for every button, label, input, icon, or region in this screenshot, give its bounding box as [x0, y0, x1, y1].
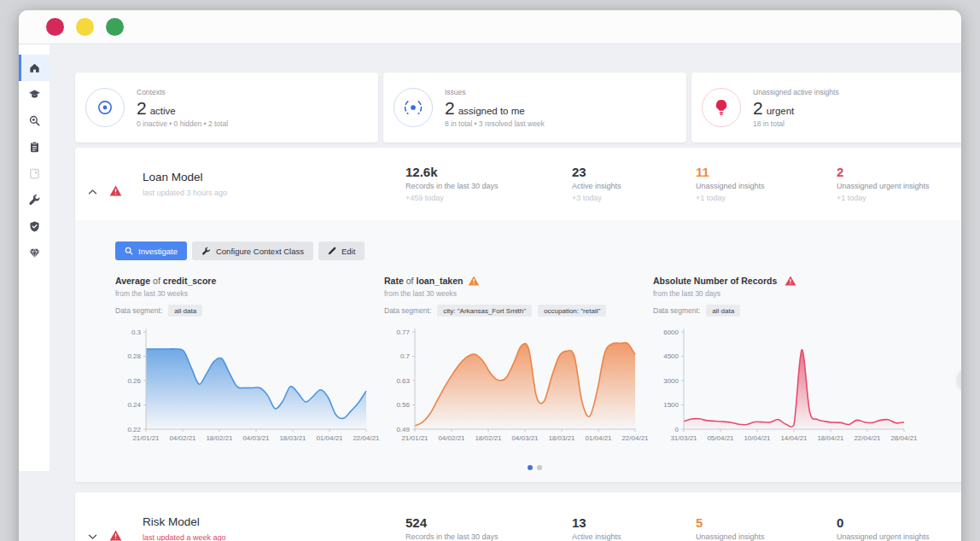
svg-text:3000: 3000 — [663, 377, 679, 385]
issues-card[interactable]: Issues 2assigned to me 8 in total • 3 re… — [383, 73, 686, 143]
data-segment-row: Data segment: all data — [115, 305, 371, 317]
risk-model-section: Risk Model last updated a week ago 524 R… — [75, 492, 961, 541]
model-title: Loan Model — [143, 171, 227, 183]
active-insights-stat: 13 Active insights — [572, 516, 696, 541]
records-chart-block: Absolute Number of Records from the last… — [653, 276, 909, 451]
configure-context-class-button[interactable]: Configure Context Class — [192, 241, 313, 260]
card-subtext: 8 in total • 3 resolved last week — [445, 119, 545, 128]
svg-text:0.22: 0.22 — [127, 426, 141, 433]
gem-icon — [28, 247, 41, 259]
shield-check-icon — [28, 220, 41, 233]
svg-text:0.63: 0.63 — [396, 377, 410, 385]
svg-text:01/04/21: 01/04/21 — [585, 434, 612, 442]
risk-model-header: Risk Model last updated a week ago 524 R… — [75, 492, 961, 541]
issue-icon — [394, 88, 433, 127]
segment-chip[interactable]: occupation: "retail" — [538, 305, 606, 317]
sidebar-item-home[interactable] — [19, 55, 50, 81]
loan-taken-chart-block: Rate of loan_taken from the last 30 week… — [384, 276, 640, 451]
warning-icon — [785, 276, 796, 286]
svg-text:0.7: 0.7 — [400, 352, 411, 360]
chart-title: Absolute Number of Records — [653, 276, 909, 286]
records-stat: 524 Records in the last 30 days — [405, 516, 572, 541]
card-label: Issues — [445, 88, 545, 96]
sidebar-item-quality[interactable] — [19, 240, 50, 266]
app-window: Contexts 2active 0 inactive • 0 hidden •… — [19, 10, 961, 541]
expand-chevron-down[interactable] — [88, 528, 97, 541]
close-window-button[interactable] — [46, 18, 64, 36]
chart-subtitle: from the last 30 days — [653, 289, 909, 298]
svg-text:18/03/21: 18/03/21 — [548, 434, 575, 442]
svg-text:0.26: 0.26 — [127, 377, 141, 385]
svg-text:01/04/21: 01/04/21 — [316, 434, 343, 442]
segment-chip[interactable]: all data — [168, 305, 202, 317]
unassigned-urgent-stat: 2 Unassigned urgent insights +1 today — [837, 166, 961, 202]
svg-text:0.77: 0.77 — [396, 329, 410, 336]
sidebar-item-tools[interactable] — [19, 187, 50, 213]
actions-row: Investigate Configure Context Class Edit — [75, 241, 961, 260]
svg-text:21/01/21: 21/01/21 — [132, 434, 160, 442]
chart-subtitle: from the last 30 weeks — [384, 289, 640, 298]
warning-icon — [109, 530, 122, 541]
svg-text:14/04/21: 14/04/21 — [780, 434, 808, 442]
pagination-dot[interactable] — [537, 465, 542, 470]
data-segment-row: Data segment: city: "Arkansas_Fort Smith… — [384, 305, 640, 317]
svg-text:04/02/21: 04/02/21 — [169, 434, 196, 442]
svg-text:28/04/21: 28/04/21 — [890, 434, 918, 442]
sidebar-item-security[interactable] — [19, 213, 50, 240]
svg-text:10/04/21: 10/04/21 — [744, 434, 771, 442]
loan-model-body: Investigate Configure Context Class Edit — [75, 220, 961, 482]
svg-text:22/04/21: 22/04/21 — [353, 434, 380, 442]
card-value: 2active — [137, 99, 228, 117]
svg-text:0.56: 0.56 — [396, 401, 410, 409]
svg-text:21/01/21: 21/01/21 — [401, 434, 429, 442]
data-segment-label: Data segment: — [653, 306, 700, 315]
collapse-chevron-up[interactable] — [88, 183, 97, 199]
svg-text:18/02/21: 18/02/21 — [206, 434, 233, 442]
data-segment-row: Data segment: all data — [653, 305, 909, 317]
sidebar-item-explore[interactable] — [19, 108, 50, 134]
svg-text:0.24: 0.24 — [127, 401, 141, 409]
svg-text:18/03/21: 18/03/21 — [279, 434, 306, 442]
svg-text:05/04/21: 05/04/21 — [707, 434, 734, 442]
svg-text:04/03/21: 04/03/21 — [242, 434, 270, 442]
active-insights-stat: 23 Active insights +3 today — [572, 166, 696, 202]
maximize-window-button[interactable] — [106, 18, 124, 36]
unassigned-insights-card[interactable]: Unassigned active insights 2urgent 18 in… — [691, 73, 961, 143]
main-content: Contexts 2active 0 inactive • 0 hidden •… — [50, 44, 961, 541]
svg-text:31/03/21: 31/03/21 — [670, 434, 697, 442]
loan-taken-chart: 0.770.70.630.560.4921/01/2104/02/2118/02… — [384, 323, 640, 451]
svg-text:22/04/21: 22/04/21 — [621, 434, 649, 442]
charts-row: Average of credit_score from the last 30… — [75, 260, 961, 451]
edit-button[interactable]: Edit — [318, 241, 365, 260]
svg-text:0.49: 0.49 — [396, 426, 410, 433]
svg-text:0: 0 — [675, 426, 680, 433]
sidebar-item-learning[interactable] — [19, 81, 50, 108]
records-stat: 12.6k Records in the last 30 days +459 t… — [405, 166, 572, 202]
credit-score-chart-block: Average of credit_score from the last 30… — [115, 276, 371, 451]
clipboard-icon — [28, 141, 41, 154]
records-chart: 6000450030001500031/03/2105/04/2110/04/2… — [653, 323, 909, 451]
sidebar-item-reports[interactable] — [19, 134, 50, 160]
svg-text:18/04/21: 18/04/21 — [817, 434, 844, 442]
pagination-dot[interactable] — [528, 465, 533, 470]
contexts-card[interactable]: Contexts 2active 0 inactive • 0 hidden •… — [75, 73, 378, 143]
minimize-window-button[interactable] — [76, 18, 94, 36]
segment-chip[interactable]: city: "Arkansas_Fort Smith" — [437, 305, 532, 317]
svg-text:1500: 1500 — [663, 401, 679, 409]
data-segment-label: Data segment: — [115, 306, 162, 315]
warning-icon — [109, 185, 122, 196]
library-icon — [28, 167, 41, 180]
card-label: Unassigned active insights — [753, 88, 839, 96]
svg-text:22/04/21: 22/04/21 — [854, 434, 881, 442]
data-segment-label: Data segment: — [384, 306, 431, 315]
segment-chip[interactable]: all data — [706, 305, 740, 317]
graduation-cap-icon — [28, 88, 41, 101]
loan-model-section: Loan Model last updated 3 hours ago 12.6… — [75, 148, 961, 482]
pencil-icon — [328, 247, 336, 255]
svg-text:04/03/21: 04/03/21 — [511, 434, 539, 442]
chart-subtitle: from the last 30 weeks — [115, 289, 371, 298]
sidebar-item-library-disabled — [19, 160, 50, 187]
investigate-button[interactable]: Investigate — [115, 241, 187, 260]
target-icon — [85, 88, 125, 127]
search-icon — [125, 247, 133, 255]
